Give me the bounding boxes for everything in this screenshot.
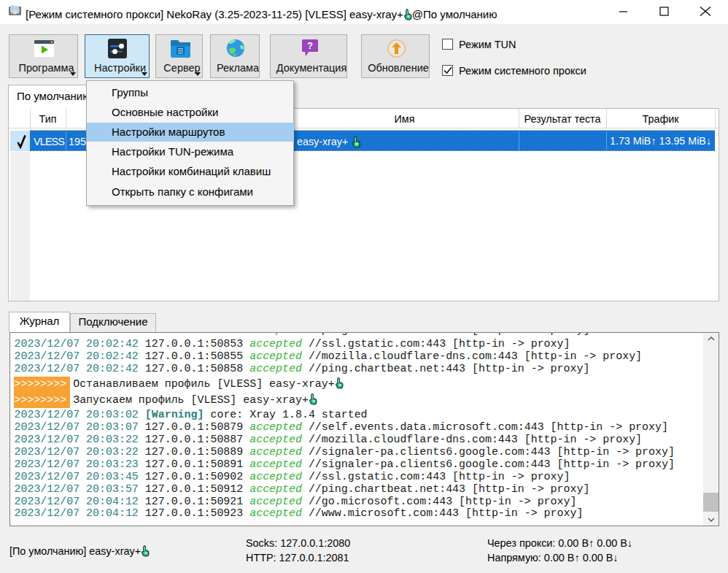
svg-text:?: ? — [307, 40, 313, 51]
